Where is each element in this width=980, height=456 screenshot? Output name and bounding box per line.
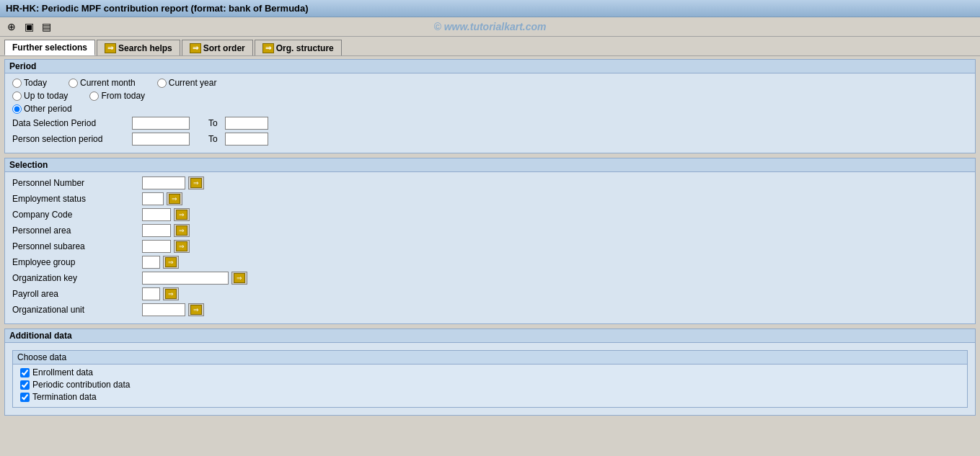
personnel-number-btn[interactable]: ⇒ <box>188 176 204 189</box>
organization-key-arrow-icon: ⇒ <box>234 273 245 283</box>
personnel-subarea-arrow-icon: ⇒ <box>176 241 187 251</box>
radio-from-today-label: From today <box>101 91 145 101</box>
tab-org-structure-arrow: ⇒ <box>262 43 274 53</box>
period-radio-row-2: Up to today From today <box>12 91 968 101</box>
employment-status-row: Employment status ⇒ <box>12 192 968 205</box>
employee-group-label: Employee group <box>12 257 142 267</box>
radio-today-label: Today <box>24 78 47 88</box>
personnel-number-label: Personnel Number <box>12 178 142 188</box>
data-selection-period-to-label: To <box>208 118 218 128</box>
main-content: Period Today Current month Current year <box>0 56 980 447</box>
personnel-subarea-input[interactable] <box>142 240 171 253</box>
toolbar: ⊕ ▣ ▤ © www.tutorialkart.com <box>0 17 980 37</box>
tab-org-structure-label: Org. structure <box>276 43 334 53</box>
tab-sort-order[interactable]: ⇒ Sort order <box>182 40 253 55</box>
period-section: Period Today Current month Current year <box>4 59 976 153</box>
payroll-area-arrow-icon: ⇒ <box>165 289 177 299</box>
company-code-btn[interactable]: ⇒ <box>174 208 190 221</box>
choose-data-body: Enrollment data Periodic contribution da… <box>13 365 967 407</box>
enrollment-data-label: Enrollment data <box>32 367 93 377</box>
radio-current-month-label: Current month <box>80 78 136 88</box>
tab-bar: Further selections ⇒ Search helps ⇒ Sort… <box>0 37 980 56</box>
page-title: HR-HK: Periodic MPF contribution report … <box>6 3 309 14</box>
personnel-area-arrow-icon: ⇒ <box>176 225 187 236</box>
radio-up-to-today-input[interactable] <box>12 91 22 101</box>
additional-data-section: Additional data Choose data Enrollment d… <box>4 328 976 416</box>
employee-group-row: Employee group ⇒ <box>12 256 968 269</box>
radio-other-period-input[interactable] <box>12 104 22 114</box>
radio-current-year-label: Current year <box>169 78 217 88</box>
radio-today-input[interactable] <box>12 79 22 88</box>
organization-key-btn[interactable]: ⇒ <box>231 272 247 285</box>
periodic-contribution-checkbox[interactable] <box>20 380 30 390</box>
personnel-number-input[interactable] <box>142 176 185 189</box>
radio-from-today-input[interactable] <box>89 91 99 101</box>
tab-search-helps[interactable]: ⇒ Search helps <box>97 40 180 55</box>
radio-current-year-input[interactable] <box>157 79 167 88</box>
tab-search-helps-arrow: ⇒ <box>105 43 116 53</box>
radio-current-year[interactable]: Current year <box>157 78 217 88</box>
employment-status-input[interactable] <box>142 192 164 205</box>
title-bar: HR-HK: Periodic MPF contribution report … <box>0 0 980 17</box>
data-selection-period-to[interactable] <box>225 117 268 130</box>
person-selection-period-from[interactable] <box>132 133 190 146</box>
payroll-area-label: Payroll area <box>12 289 142 299</box>
radio-today[interactable]: Today <box>12 78 47 88</box>
tab-sort-order-arrow: ⇒ <box>190 43 201 53</box>
personnel-subarea-btn[interactable]: ⇒ <box>174 240 190 253</box>
personnel-number-row: Personnel Number ⇒ <box>12 176 968 189</box>
selection-section-header: Selection <box>5 158 975 172</box>
data-selection-period-label: Data Selection Period <box>12 118 128 128</box>
choose-data-section: Choose data Enrollment data Periodic con… <box>12 350 968 408</box>
selection-section: Selection Personnel Number ⇒ Employment … <box>4 158 976 324</box>
personnel-area-btn[interactable]: ⇒ <box>174 224 190 237</box>
organization-key-input[interactable] <box>142 272 229 285</box>
toolbar-icon-2[interactable]: ▣ <box>22 19 36 34</box>
personnel-area-row: Personnel area ⇒ <box>12 224 968 237</box>
period-section-header: Period <box>5 60 975 73</box>
employee-group-arrow-icon: ⇒ <box>165 257 177 267</box>
tab-sort-order-label: Sort order <box>203 43 245 53</box>
organizational-unit-arrow-icon: ⇒ <box>190 305 202 315</box>
personnel-subarea-label: Personnel subarea <box>12 241 142 251</box>
company-code-row: Company Code ⇒ <box>12 208 968 221</box>
enrollment-data-checkbox[interactable] <box>20 368 30 377</box>
tab-further-selections-label: Further selections <box>12 43 87 53</box>
person-selection-period-label: Person selection period <box>12 134 128 144</box>
toolbar-icon-1[interactable]: ⊕ <box>4 19 19 34</box>
selection-section-body: Personnel Number ⇒ Employment status ⇒ C… <box>5 172 975 323</box>
data-selection-period-from[interactable] <box>132 117 190 130</box>
organizational-unit-btn[interactable]: ⇒ <box>188 303 204 316</box>
periodic-contribution-label: Periodic contribution data <box>32 380 130 390</box>
payroll-area-btn[interactable]: ⇒ <box>163 287 179 300</box>
employee-group-input[interactable] <box>142 256 160 269</box>
company-code-label: Company Code <box>12 210 142 220</box>
company-code-input[interactable] <box>142 208 171 221</box>
payroll-area-input[interactable] <box>142 287 160 300</box>
radio-current-month[interactable]: Current month <box>69 78 136 88</box>
tab-org-structure[interactable]: ⇒ Org. structure <box>255 40 342 55</box>
radio-other-period[interactable]: Other period <box>12 104 72 114</box>
radio-up-to-today[interactable]: Up to today <box>12 91 68 101</box>
period-radio-row-1: Today Current month Current year <box>12 78 968 88</box>
person-selection-period-to[interactable] <box>225 133 268 146</box>
periodic-contribution-row: Periodic contribution data <box>20 380 960 390</box>
person-selection-period-row: Person selection period To <box>12 133 968 146</box>
personnel-number-arrow-icon: ⇒ <box>190 178 202 188</box>
termination-data-checkbox[interactable] <box>20 393 30 402</box>
employee-group-btn[interactable]: ⇒ <box>163 256 179 269</box>
radio-other-period-label: Other period <box>24 104 72 114</box>
radio-from-today[interactable]: From today <box>89 91 145 101</box>
payroll-area-row: Payroll area ⇒ <box>12 287 968 300</box>
organization-key-label: Organization key <box>12 273 142 283</box>
organizational-unit-label: Organizational unit <box>12 305 142 315</box>
tab-further-selections[interactable]: Further selections <box>4 40 95 55</box>
personnel-area-input[interactable] <box>142 224 171 237</box>
toolbar-icon-3[interactable]: ▤ <box>39 19 53 34</box>
tab-search-helps-label: Search helps <box>118 43 172 53</box>
radio-current-month-input[interactable] <box>69 79 78 88</box>
additional-data-body: Choose data Enrollment data Periodic con… <box>5 343 975 415</box>
person-selection-period-to-label: To <box>208 134 218 144</box>
organizational-unit-input[interactable] <box>142 303 185 316</box>
employment-status-btn[interactable]: ⇒ <box>167 192 182 205</box>
